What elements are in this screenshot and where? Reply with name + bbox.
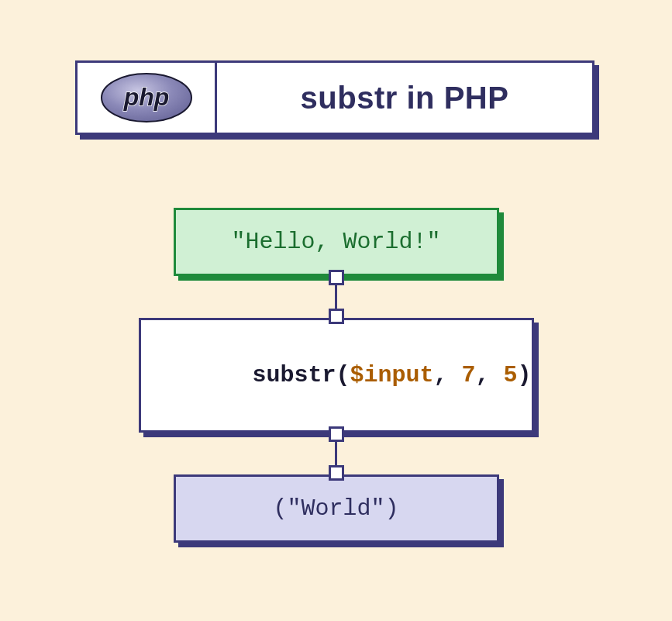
call-sep2: , <box>476 362 504 388</box>
flow-diagram: "Hello, World!" substr($input, 7, 5) ("W… <box>135 208 538 543</box>
call-func: substr <box>252 362 336 388</box>
php-logo-text: php <box>122 83 169 111</box>
output-box: ("World") <box>174 474 499 543</box>
input-box: "Hello, World!" <box>174 208 499 276</box>
call-close: ) <box>518 362 532 388</box>
diagram-canvas: php substr in PHP "Hello, World!" substr… <box>0 0 672 621</box>
php-logo-cell: php <box>78 63 217 133</box>
title-cell: substr in PHP <box>217 63 592 133</box>
title-bar: php substr in PHP <box>75 60 594 135</box>
call-len: 5 <box>504 362 518 388</box>
function-call-box: substr($input, 7, 5) <box>139 318 534 433</box>
call-open: ( <box>336 362 350 388</box>
page-title: substr in PHP <box>301 81 509 116</box>
connector-top <box>335 276 337 318</box>
connector-bottom <box>335 433 337 474</box>
call-start: 7 <box>462 362 476 388</box>
php-logo-icon: php <box>100 72 193 123</box>
call-var: $input <box>350 362 433 388</box>
output-literal: ("World") <box>273 497 398 520</box>
call-sep1: , <box>434 362 462 388</box>
input-literal: "Hello, World!" <box>231 230 440 254</box>
